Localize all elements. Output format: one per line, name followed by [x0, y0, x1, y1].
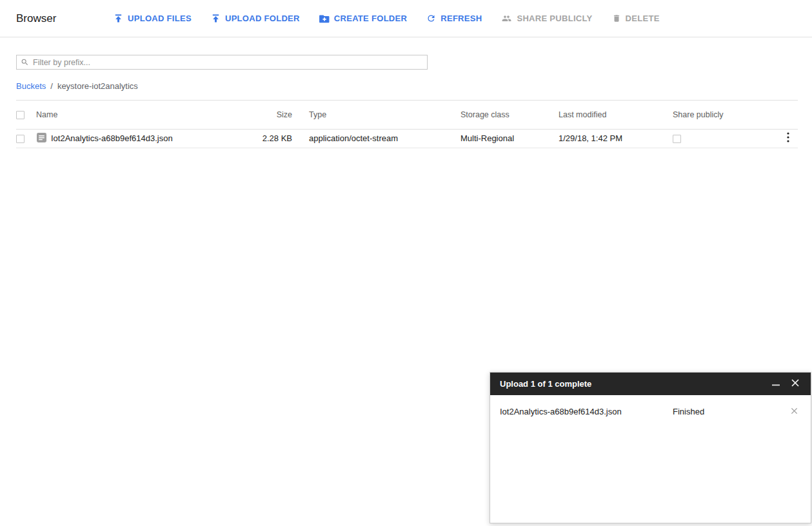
filter-box	[16, 55, 428, 70]
object-storage-class: Multi-Regional	[460, 129, 559, 148]
share-publicly-button[interactable]: SHARE PUBLICLY	[496, 10, 597, 27]
trash-icon	[612, 14, 621, 23]
page-title: Browser	[16, 12, 108, 25]
object-last-modified: 1/29/18, 1:42 PM	[559, 129, 673, 148]
refresh-icon	[426, 14, 436, 23]
upload-files-button[interactable]: UPLOAD FILES	[108, 10, 197, 27]
refresh-button[interactable]: REFRESH	[421, 10, 487, 27]
upload-folder-label: UPLOAD FOLDER	[225, 14, 300, 23]
upload-item-row: Iot2Analytics-a68b9ef614d3.json Finished	[490, 395, 811, 419]
column-header-type[interactable]: Type	[292, 101, 460, 129]
upload-item-name: Iot2Analytics-a68b9ef614d3.json	[500, 407, 673, 416]
main-content: Buckets / keystore-iot2analytics Name Si…	[0, 55, 812, 148]
file-icon	[36, 132, 47, 145]
upload-dialog-header[interactable]: Upload 1 of 1 complete	[490, 373, 811, 395]
create-folder-icon	[319, 14, 330, 23]
people-icon	[501, 14, 512, 23]
object-name-link[interactable]: Iot2Analytics-a68b9ef614d3.json	[51, 133, 173, 143]
breadcrumb-current-bucket: keystore-iot2analytics	[57, 81, 138, 91]
upload-item-status: Finished	[673, 407, 782, 416]
table-header-row: Name Size Type Storage class Last modifi…	[16, 101, 798, 129]
filter-input[interactable]	[33, 58, 423, 67]
three-dot-vertical-icon	[787, 132, 789, 144]
close-dialog-button[interactable]	[787, 376, 803, 392]
delete-button[interactable]: DELETE	[607, 10, 665, 27]
close-icon	[791, 378, 800, 389]
upload-icon	[211, 14, 221, 23]
row-checkbox[interactable]	[16, 135, 25, 143]
create-folder-button[interactable]: CREATE FOLDER	[314, 10, 412, 27]
row-overflow-menu-button[interactable]	[780, 131, 796, 146]
upload-progress-dialog: Upload 1 of 1 complete Iot2Analytics-a68…	[490, 372, 811, 523]
upload-icon	[114, 14, 123, 23]
close-icon	[791, 407, 798, 416]
breadcrumb-separator: /	[50, 81, 53, 91]
upload-dialog-title: Upload 1 of 1 complete	[500, 379, 764, 389]
search-icon	[21, 58, 29, 66]
toolbar-buttons: UPLOAD FILES UPLOAD FOLDER CREATE FOLDER…	[108, 10, 674, 27]
upload-files-label: UPLOAD FILES	[128, 14, 192, 23]
delete-label: DELETE	[626, 14, 660, 23]
breadcrumb: Buckets / keystore-iot2analytics	[16, 81, 812, 91]
breadcrumb-buckets-link[interactable]: Buckets	[16, 81, 46, 91]
column-header-size[interactable]: Size	[250, 101, 292, 129]
object-size: 2.28 KB	[250, 129, 292, 148]
share-publicly-checkbox[interactable]	[673, 135, 681, 143]
column-header-storage-class[interactable]: Storage class	[460, 101, 559, 129]
column-header-share-publicly[interactable]: Share publicly	[673, 101, 774, 129]
objects-table: Name Size Type Storage class Last modifi…	[16, 101, 798, 148]
column-header-name[interactable]: Name	[36, 101, 250, 129]
share-publicly-label: SHARE PUBLICLY	[517, 14, 592, 23]
column-header-last-modified[interactable]: Last modified	[559, 101, 673, 129]
create-folder-label: CREATE FOLDER	[334, 14, 407, 23]
object-type: application/octet-stream	[292, 129, 460, 148]
top-toolbar: Browser UPLOAD FILES UPLOAD FOLDER CREAT…	[0, 0, 812, 37]
minimize-button[interactable]	[768, 376, 784, 392]
upload-folder-button[interactable]: UPLOAD FOLDER	[206, 10, 305, 27]
select-all-checkbox[interactable]	[16, 111, 25, 119]
dismiss-upload-item-button[interactable]	[786, 404, 802, 419]
minimize-icon	[771, 378, 780, 389]
table-row[interactable]: Iot2Analytics-a68b9ef614d3.json 2.28 KB …	[16, 129, 798, 148]
storage-browser-page: Browser UPLOAD FILES UPLOAD FOLDER CREAT…	[0, 0, 812, 526]
refresh-label: REFRESH	[441, 14, 482, 23]
